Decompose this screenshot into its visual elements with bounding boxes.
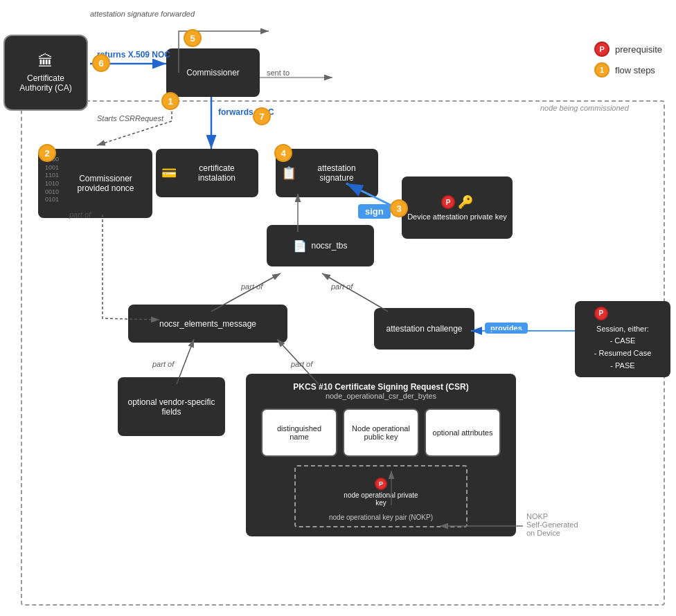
- node-op-pubkey-label: Node operational public key: [350, 424, 412, 441]
- sign-label: sign: [358, 204, 391, 219]
- device-attest-label: Device attestation private key: [407, 212, 507, 221]
- pkcs-csr-box: PKCS #10 Certificate Signing Request (CS…: [246, 374, 516, 536]
- prereq-badge-device: P: [441, 195, 455, 209]
- device-attestation-node: P 🔑 Device attestation private key: [402, 176, 513, 239]
- nokp-label: node operational key pair (NOKP): [329, 514, 433, 521]
- node-op-privkey-node: P node operational private key: [336, 472, 426, 512]
- legend-prerequisite-label: prerequisite: [615, 44, 662, 55]
- label-part-of-4: part of: [152, 360, 174, 368]
- pkcs-csr-title: PKCS #10 Certificate Signing Request (CS…: [254, 382, 508, 400]
- distinguished-name-label: distinguished name: [268, 424, 330, 441]
- diagram-container: P prerequisite 1 flow steps node being c…: [0, 0, 676, 616]
- badge-6: 6: [92, 54, 110, 72]
- cert-install-label: certificate instalation: [181, 163, 253, 183]
- nocsr-tbs-node: 📄 nocsr_tbs: [267, 225, 374, 266]
- optional-attrs-node: optional attributes: [425, 408, 501, 457]
- label-part-of-2: part of: [331, 282, 353, 291]
- commissioner-nonce-node: 100010011101101000100101 Commissioner pr…: [38, 149, 152, 218]
- badge-1: 1: [161, 92, 179, 110]
- label-sent-to: sent to: [267, 69, 290, 77]
- badge-3: 3: [390, 199, 408, 217]
- label-starts-csr: Starts CSRRequest: [97, 114, 163, 123]
- commissioner-nonce-label: Commissioner provided nonce: [64, 174, 147, 193]
- ca-icon: 🏛: [38, 53, 53, 71]
- device-key-icon: 🔑: [458, 194, 473, 210]
- binary-display: 100010011101101000100101: [45, 156, 59, 204]
- attest-sig-icon: 📋: [281, 165, 296, 181]
- legend-flow-label: flow steps: [615, 65, 655, 75]
- badge-4: 4: [274, 144, 292, 162]
- label-attest-forwarded: attestation signature forwarded: [90, 10, 195, 18]
- commissioner-label: Commissioner: [186, 68, 240, 78]
- badge-2: 2: [38, 144, 56, 162]
- session-node: P Session, either:- CASE- Resumed Case- …: [575, 301, 670, 377]
- legend-prerequisite: P prerequisite: [594, 42, 662, 57]
- attest-challenge-label: attestation challenge: [386, 324, 462, 334]
- legend-flow-steps: 1 flow steps: [594, 62, 662, 78]
- nocsr-tbs-icon: 📄: [293, 239, 307, 253]
- nocsr-elements-label: nocsr_elements_message: [159, 319, 256, 329]
- legend: P prerequisite 1 flow steps: [594, 42, 662, 78]
- cert-installation-node: 💳 certificate instalation: [156, 149, 258, 197]
- label-part-of-1: part of: [241, 282, 263, 291]
- prereq-badge-nokp: P: [375, 478, 387, 490]
- nocsr-elements-node: nocsr_elements_message: [128, 305, 287, 343]
- badge-7: 7: [253, 107, 271, 125]
- ca-label: Certificate Authority (CA): [10, 73, 81, 93]
- optional-attrs-label: optional attributes: [433, 428, 493, 437]
- commissioned-node-label: node being commissioned: [540, 104, 629, 112]
- nocsr-tbs-label: nocsr_tbs: [311, 241, 347, 251]
- prereq-badge-session: P: [594, 307, 608, 320]
- provides-label: provides: [485, 323, 528, 334]
- nokp-self-generated-label: NOKPSelf-Generatedon Device: [526, 512, 578, 537]
- node-op-privkey-label: node operational private key: [341, 491, 420, 507]
- label-part-of-5: part of: [291, 360, 312, 368]
- node-op-pubkey-node: Node operational public key: [343, 408, 419, 457]
- optional-vendor-node: optional vendor-specific fields: [118, 377, 225, 436]
- distinguished-name-node: distinguished name: [261, 408, 337, 457]
- nokp-box: P node operational private key node oper…: [294, 465, 468, 527]
- optional-vendor-label: optional vendor-specific fields: [123, 397, 220, 417]
- attestation-challenge-node: attestation challenge: [374, 308, 474, 350]
- ca-node: 🏛 Certificate Authority (CA): [3, 35, 88, 111]
- commissioner-node: Commissioner: [166, 48, 260, 97]
- badge-5: 5: [184, 29, 202, 47]
- cert-install-icon: 💳: [161, 165, 177, 181]
- legend-prerequisite-badge: P: [594, 42, 610, 57]
- legend-flow-badge: 1: [594, 62, 610, 78]
- attest-sig-label: attestation signature: [301, 163, 373, 183]
- label-part-of-3: part of: [69, 210, 91, 219]
- session-label: Session, either:- CASE- Resumed Case- PA…: [594, 323, 652, 372]
